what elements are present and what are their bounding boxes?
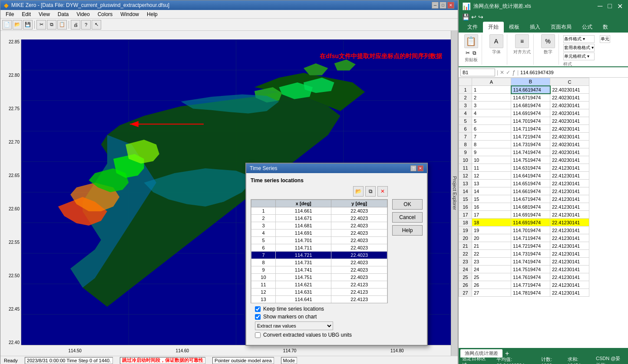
ts-table-row[interactable]: 11 114.621 22.4123 [251, 281, 387, 289]
cell-a[interactable]: 15 [472, 195, 511, 203]
cell-b[interactable]: 114.7819474 [511, 289, 550, 297]
ts-table-row[interactable]: 12 114.631 22.4123 [251, 289, 387, 296]
project-explorer-tab[interactable]: Project Explorer [451, 31, 458, 356]
cell-b[interactable]: 114.6719474 [511, 195, 550, 203]
cell-c[interactable]: 22.41230141 [550, 172, 589, 180]
excel-row[interactable]: 16 16 114.6819474 22.41230141 [459, 203, 589, 211]
ts-table-row[interactable]: 13 114.641 22.4123 [251, 296, 387, 303]
keep-ts-checkbox[interactable] [255, 306, 261, 312]
cell-a[interactable]: 8 [472, 141, 511, 148]
paste-btn[interactable]: 📋 [57, 20, 67, 30]
print-btn[interactable]: 🖨 [71, 20, 80, 30]
cell-b[interactable]: 114.6919474 [511, 211, 550, 219]
excel-row[interactable]: 17 17 114.6919474 22.41230141 [459, 211, 589, 219]
conditional-format[interactable]: 条件格式 ▾ [563, 35, 595, 43]
cell-c[interactable]: 22.40230141 [550, 86, 589, 94]
restore-btn[interactable]: □ [440, 2, 446, 9]
cell-a[interactable]: 22 [472, 250, 511, 258]
cell-b[interactable]: 114.6619474 [511, 187, 550, 195]
ts-table-row[interactable]: 8 114.731 22.4023 [251, 259, 387, 266]
cell-b[interactable]: 114.6819474 [511, 102, 550, 109]
cell-a[interactable]: 24 [472, 266, 511, 273]
excel-row[interactable]: 9 9 114.7419474 22.40230141 [459, 148, 589, 156]
cell-b[interactable]: 114.7119474 [511, 125, 550, 133]
menu-view[interactable]: View [35, 10, 53, 18]
excel-close-btn[interactable]: ✕ [615, 2, 625, 10]
cancel-formula-btn[interactable]: ✕ [500, 69, 504, 75]
dialog-help-btn[interactable]: ? [410, 165, 416, 171]
cell-c[interactable]: 22.41230141 [550, 266, 589, 273]
cell-b[interactable]: 114.6419474 [511, 172, 550, 180]
cell-format[interactable]: 单元格样式 ▾ [563, 52, 595, 60]
cell-a[interactable]: 5 [472, 117, 511, 125]
cell-c[interactable]: 22.41230141 [550, 273, 589, 281]
cell-a[interactable]: 17 [472, 211, 511, 219]
cell-a[interactable]: 11 [472, 164, 511, 172]
cell-c[interactable]: 22.41230141 [550, 242, 589, 250]
excel-row[interactable]: 26 26 114.7719474 22.41230141 [459, 281, 589, 289]
save-btn[interactable]: 💾 [23, 20, 33, 30]
cell-a[interactable]: 3 [472, 102, 511, 109]
cell-a[interactable]: 4 [472, 109, 511, 117]
ts-table-row[interactable]: 5 114.701 22.4023 [251, 237, 387, 244]
formula-input[interactable] [520, 70, 626, 75]
excel-row[interactable]: 18 18 114.6919474 22.41230141 [459, 219, 589, 226]
ts-table-row[interactable]: 10 114.751 22.4023 [251, 274, 387, 281]
excel-row[interactable]: 6 6 114.7119474 22.40230141 [459, 125, 589, 133]
cell-c[interactable]: 22.40230141 [550, 117, 589, 125]
new-btn[interactable]: 📄 [2, 20, 12, 30]
cell-a[interactable]: 13 [472, 180, 511, 187]
cut-btn[interactable]: ✂ [36, 20, 46, 30]
excel-restore-btn[interactable]: □ [606, 2, 614, 10]
excel-row[interactable]: 12 12 114.6419474 22.41230141 [459, 172, 589, 180]
title-bar-controls[interactable]: ─ □ ✕ [432, 2, 454, 9]
cell-a[interactable]: 23 [472, 258, 511, 266]
copy-btn[interactable]: ⧉ [47, 20, 56, 30]
cell-b[interactable]: 114.7019474 [511, 117, 550, 125]
ts-table-row[interactable]: 9 114.741 22.4023 [251, 266, 387, 274]
excel-minimize-btn[interactable]: ─ [596, 2, 604, 10]
excel-row[interactable]: 4 4 114.6919474 22.40230141 [459, 109, 589, 117]
help-btn[interactable]: ? [81, 20, 91, 30]
ts-table-container[interactable]: x [deg] y [deg] 1 114.661 22.4023 2 114.… [251, 199, 388, 303]
excel-row[interactable]: 1 1 114.6619474 22.40230141 [459, 86, 589, 94]
cell-c[interactable]: 22.40230141 [550, 148, 589, 156]
cell-a[interactable]: 26 [472, 281, 511, 289]
insert-cell[interactable]: 单元 [600, 35, 610, 43]
menu-file[interactable]: File [2, 10, 17, 18]
excel-row[interactable]: 5 5 114.7019474 22.40230141 [459, 117, 589, 125]
ok-button[interactable]: OK [392, 199, 423, 210]
cell-a[interactable]: 2 [472, 94, 511, 102]
tab-data[interactable]: 数 [598, 22, 613, 33]
cell-c[interactable]: 22.41230141 [550, 180, 589, 187]
excel-row[interactable]: 10 10 114.7519474 22.40230141 [459, 156, 589, 164]
cell-c[interactable]: 22.41230141 [550, 289, 589, 297]
excel-row[interactable]: 21 21 114.7219474 22.41230141 [459, 242, 589, 250]
cell-b[interactable]: 114.7019474 [511, 226, 550, 234]
col-b-header[interactable]: B [511, 78, 550, 86]
cell-b[interactable]: 114.6719474 [511, 94, 550, 102]
excel-grid[interactable]: A B C 1 1 114.6619474 22.40230141 2 2 11… [459, 78, 628, 348]
cell-c[interactable]: 22.41230141 [550, 250, 589, 258]
excel-row[interactable]: 2 2 114.6719474 22.40230141 [459, 94, 589, 102]
align-ribbon-btn[interactable]: ≡ [515, 34, 529, 48]
cell-a[interactable]: 6 [472, 125, 511, 133]
cell-a[interactable]: 7 [472, 133, 511, 141]
tab-formula[interactable]: 公式 [577, 22, 598, 33]
copy-ribbon-btn[interactable]: ⧉ [472, 49, 477, 57]
name-box[interactable] [460, 69, 495, 76]
cell-a[interactable]: 14 [472, 187, 511, 195]
dialog-close-icon[interactable]: ✕ [417, 165, 423, 171]
cell-b[interactable]: 114.7419474 [511, 148, 550, 156]
minimize-btn[interactable]: ─ [432, 2, 439, 9]
cell-b[interactable]: 114.6919474 [511, 219, 550, 226]
cell-b[interactable]: 114.6519474 [511, 180, 550, 187]
cell-a[interactable]: 10 [472, 156, 511, 164]
cell-b[interactable]: 114.7319474 [511, 141, 550, 148]
excel-row[interactable]: 8 8 114.7319474 22.40230141 [459, 141, 589, 148]
cell-a[interactable]: 21 [472, 242, 511, 250]
tab-file[interactable]: 文件 [462, 22, 483, 33]
cell-a[interactable]: 9 [472, 148, 511, 156]
ts-table-row[interactable]: 4 114.691 22.4023 [251, 230, 387, 237]
excel-row[interactable]: 23 23 114.7419474 22.41230141 [459, 258, 589, 266]
